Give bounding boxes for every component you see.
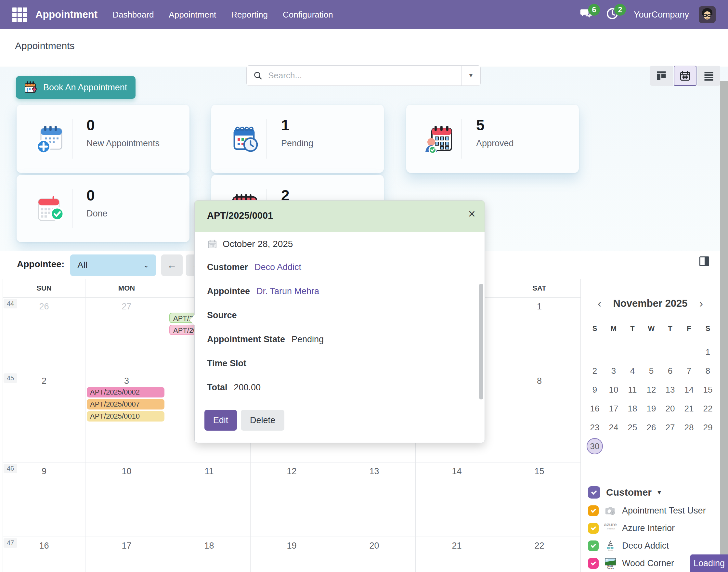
filter-customer-header[interactable]: Customer ▾ [588,483,717,502]
prev-period-button[interactable]: ← [161,255,183,276]
mini-day[interactable]: 2 [585,361,604,380]
mini-day[interactable]: 15 [699,380,717,399]
search-input[interactable] [268,70,461,81]
mini-day-selected[interactable]: 30 [587,438,603,454]
view-kanban-button[interactable] [650,66,673,86]
mini-day[interactable]: 21 [679,399,699,418]
mini-day[interactable]: 20 [661,399,679,418]
company-switcher[interactable]: YourCompany [634,10,689,20]
view-list-button[interactable] [698,66,720,86]
mini-day[interactable]: 6 [661,361,679,380]
mini-day[interactable]: 13 [661,380,679,399]
mini-day[interactable]: 25 [623,418,642,437]
mini-day[interactable]: 17 [604,399,623,418]
control-panel: Appointments ▼ [0,29,728,67]
mini-day[interactable]: 7 [679,361,699,380]
stat-card-done[interactable]: 0 Done [16,175,190,242]
nav-item-configuration[interactable]: Configuration [283,10,333,20]
day-cell[interactable]: 8 [498,372,581,462]
day-cell[interactable]: 2 [3,372,85,462]
day-cell[interactable]: 27 [85,297,168,372]
mini-day[interactable]: 1 [699,343,717,361]
day-cell[interactable]: 1 [498,297,581,372]
apps-grid-icon[interactable] [12,7,27,22]
filter-item[interactable]: DecoAddictDeco Addict [588,537,717,555]
avatar[interactable] [699,6,716,23]
appointment-popover: APT/2025/0001 × October 28, 2025 Custome… [194,200,485,443]
field-value[interactable]: Deco Addict [254,262,301,272]
day-cell[interactable]: 11 [168,462,250,537]
view-calendar-button[interactable] [674,66,697,86]
mini-day[interactable]: 12 [642,380,661,399]
mini-day[interactable]: 28 [679,418,699,437]
mini-day[interactable]: 30 [585,437,604,456]
mini-day[interactable]: 3 [604,361,623,380]
day-cell[interactable]: 26 [3,297,85,372]
sidebar-toggle-icon[interactable] [700,257,709,266]
stat-card-new[interactable]: 0 New Appointments [16,104,190,173]
filter-checkbox[interactable] [588,541,599,551]
edit-button[interactable]: Edit [204,410,237,431]
stat-card-approved[interactable]: 5 Approved [406,104,579,173]
mini-day[interactable]: 29 [699,418,717,437]
nav-item-appointment[interactable]: Appointment [169,10,216,20]
day-cell[interactable]: 15 [498,462,581,537]
field-label: Time Slot [207,358,246,368]
mini-day[interactable]: 10 [604,380,623,399]
activities-icon[interactable]: 2 [606,7,621,22]
mini-next-icon[interactable]: › [700,297,703,310]
day-cell[interactable]: 22 [498,537,581,572]
filter-checkbox[interactable] [588,523,599,533]
event-pill[interactable]: APT/2025/0002 [87,387,164,398]
messages-icon[interactable]: 6 [580,7,595,22]
day-cell[interactable]: 17 [85,537,168,572]
loading-badge: Loading [690,555,728,572]
stat-card-pending[interactable]: 1 Pending [211,104,384,173]
nav-item-dashboard[interactable]: Dashboard [113,10,154,20]
day-cell[interactable]: 14 [416,462,498,537]
mini-day[interactable]: 5 [642,361,661,380]
day-cell[interactable]: 20 [333,537,416,572]
mini-day[interactable]: 22 [699,399,717,418]
mini-day[interactable]: 9 [585,380,604,399]
mini-day[interactable]: 11 [623,380,642,399]
filter-checkbox[interactable] [588,505,599,516]
day-cell[interactable]: 18 [168,537,250,572]
close-icon[interactable]: × [468,208,476,220]
field-value[interactable]: Dr. Tarun Mehra [257,286,319,296]
day-cell[interactable]: 10 [85,462,168,537]
mini-day[interactable]: 24 [604,418,623,437]
mini-day[interactable]: 8 [699,361,717,380]
popover-field-row: AppointeeDr. Tarun Mehra [207,286,319,296]
event-pill[interactable]: APT/2025/0007 [87,399,164,410]
mini-day[interactable]: 16 [585,399,604,418]
page-scrollbar[interactable] [720,81,728,572]
day-cell[interactable]: 21 [416,537,498,572]
day-cell[interactable]: 13 [333,462,416,537]
popover-scrollbar[interactable] [479,284,483,400]
mini-day[interactable]: 19 [642,399,661,418]
mini-day[interactable]: 27 [661,418,679,437]
search-icon [253,71,263,81]
filter-checkbox[interactable] [588,558,599,569]
event-pill[interactable]: APT/2025/0010 [87,411,164,422]
day-cell[interactable]: 12 [250,462,333,537]
delete-button[interactable]: Delete [241,410,284,431]
appointee-select[interactable]: All ⌄ [70,255,156,276]
filter-item[interactable]: Apointment Test User [588,502,717,519]
nav-item-reporting[interactable]: Reporting [231,10,268,20]
mini-day[interactable]: 23 [585,418,604,437]
customer-checkbox[interactable] [588,486,600,499]
day-cell[interactable]: 3APT/2025/0002APT/2025/0007APT/2025/0010 [85,372,168,462]
day-cell[interactable]: 19 [250,537,333,572]
mini-day[interactable]: 18 [623,399,642,418]
day-cell[interactable]: 9 [3,462,85,537]
app-name[interactable]: Appointment [35,9,97,20]
search-dropdown-toggle[interactable]: ▼ [461,66,480,85]
book-appointment-button[interactable]: Book An Appointment [16,76,136,99]
mini-day[interactable]: 4 [623,361,642,380]
mini-day[interactable]: 14 [679,380,699,399]
filter-item[interactable]: azure— interior —Azure Interior [588,519,717,537]
page-title: Appointments [15,40,74,51]
mini-day[interactable]: 26 [642,418,661,437]
